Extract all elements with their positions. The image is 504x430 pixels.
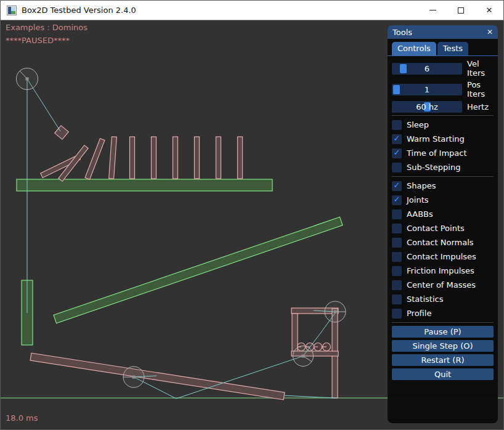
dynamic-body-6	[152, 137, 156, 179]
check-icon: ✓	[394, 195, 400, 203]
window-title: Box2D Testbed Version 2.4.0	[22, 6, 136, 15]
dynamic-body-3	[85, 139, 105, 179]
checkbox-row-time-of-impact[interactable]: ✓Time of Impact	[388, 146, 498, 160]
checkbox-label: Statistics	[407, 294, 443, 304]
slider-label: Pos Iters	[467, 80, 494, 99]
check-icon: ✓	[394, 181, 400, 189]
static-plank-1	[54, 217, 343, 323]
tab-bar: ControlsTests	[388, 39, 498, 56]
checkbox-row-contact-points[interactable]: Contact Points	[388, 221, 498, 235]
checkbox-label: AABBs	[407, 209, 433, 219]
checkbox-row-profile[interactable]: Profile	[388, 306, 498, 320]
checkbox-label: Time of Impact	[407, 148, 467, 158]
separator	[392, 176, 494, 177]
checkbox-center-of-masses[interactable]	[392, 280, 402, 290]
checkbox-time-of-impact[interactable]: ✓	[392, 148, 402, 158]
minimize-button[interactable]	[418, 1, 447, 20]
slider-row-hertz: 60 hzHertz	[392, 101, 494, 113]
checkbox-label: Contact Normals	[407, 238, 474, 247]
app-window: Examples : Dominos ****PAUSED**** 18.0 m…	[0, 0, 504, 430]
slider-value: 6	[392, 63, 462, 75]
checkbox-label: Warm Starting	[407, 134, 465, 144]
maximize-icon	[458, 7, 464, 14]
frame-time-text: 18.0 ms	[6, 413, 38, 423]
separator	[392, 322, 494, 323]
dynamic-body-15	[30, 353, 285, 400]
minimize-icon	[429, 10, 436, 10]
tools-panel-title: Tools	[392, 28, 412, 37]
slider-pos-iters[interactable]: 1	[392, 84, 462, 95]
checkbox-row-aabbs[interactable]: AABBs	[388, 207, 498, 221]
checkbox-label: Sub-Stepping	[407, 163, 460, 172]
paused-status-text: ****PAUSED****	[6, 36, 70, 45]
checkbox-row-center-of-masses[interactable]: Center of Masses	[388, 278, 498, 292]
checkbox-profile[interactable]	[392, 309, 402, 318]
dynamic-body-7	[173, 137, 178, 179]
maximize-button[interactable]	[447, 1, 475, 20]
slider-vel-iters[interactable]: 6	[392, 63, 462, 75]
checkbox-row-sub-stepping[interactable]: Sub-Stepping	[388, 160, 498, 174]
slider-hertz[interactable]: 60 hz	[392, 101, 462, 113]
panel-close-icon[interactable]: ✕	[487, 28, 493, 36]
checkbox-contact-normals[interactable]	[392, 238, 402, 248]
checkbox-label: Profile	[407, 309, 431, 318]
tools-panel-header[interactable]: Tools ✕	[388, 25, 498, 39]
joint-anchor-2	[302, 355, 305, 358]
slider-label: Hertz	[467, 102, 489, 112]
dynamic-body-8	[195, 137, 200, 179]
tab-controls[interactable]: Controls	[392, 42, 436, 55]
tab-tests[interactable]: Tests	[437, 42, 468, 55]
dynamic-body-9	[216, 137, 221, 179]
close-button[interactable]: ✕	[475, 1, 503, 20]
joint-anchor-0	[26, 78, 29, 81]
checkbox-row-contact-impulses[interactable]: Contact Impulses	[388, 249, 498, 264]
checkbox-aabbs[interactable]	[392, 209, 402, 219]
checkbox-sub-stepping[interactable]	[392, 163, 402, 172]
checkbox-label: Sleep	[407, 120, 429, 129]
window-controls: ✕	[418, 1, 503, 20]
separator	[392, 115, 494, 116]
checkbox-contact-impulses[interactable]	[392, 252, 402, 262]
checkbox-statistics[interactable]	[392, 294, 402, 304]
checkbox-row-contact-normals[interactable]: Contact Normals	[388, 235, 498, 249]
joint-anchor-3	[334, 310, 337, 314]
dynamic-body-10	[238, 137, 243, 179]
checkbox-row-joints[interactable]: ✓Joints	[388, 193, 498, 207]
single-step-o-button[interactable]: Single Step (O)	[392, 340, 494, 352]
checkbox-shapes[interactable]: ✓	[392, 181, 402, 191]
checkbox-row-friction-impulses[interactable]: Friction Impulses	[388, 264, 498, 278]
checkbox-warm-starting[interactable]: ✓	[392, 134, 402, 144]
tools-panel: Tools ✕ ControlsTests 6Vel Iters1Pos Ite…	[388, 25, 498, 423]
pause-p-button[interactable]: Pause (P)	[392, 326, 494, 338]
dynamic-body-12	[292, 314, 298, 352]
example-title-text: Examples : Dominos	[6, 23, 87, 32]
checkbox-row-statistics[interactable]: Statistics	[388, 292, 498, 306]
dynamic-body-0	[55, 126, 69, 140]
check-icon: ✓	[394, 148, 400, 156]
checkbox-label: Friction Impulses	[407, 266, 474, 275]
checkbox-joints[interactable]: ✓	[392, 195, 402, 205]
checkbox-label: Shapes	[407, 181, 436, 190]
panel-body: 6Vel Iters1Pos Iters60 hzHertzSleep✓Warm…	[388, 56, 498, 380]
checkbox-sleep[interactable]	[392, 120, 402, 130]
slider-row-pos-iters: 1Pos Iters	[392, 80, 494, 99]
slider-value: 1	[392, 84, 462, 95]
buttons-block: Pause (P)Single Step (O)Restart (R)Quit	[388, 325, 498, 380]
app-icon	[7, 6, 17, 15]
checkbox-label: Joints	[407, 195, 429, 205]
quit-button[interactable]: Quit	[392, 368, 494, 380]
restart-r-button[interactable]: Restart (R)	[392, 354, 494, 366]
checkbox-label: Center of Masses	[407, 280, 476, 290]
slider-value: 60 hz	[392, 101, 462, 113]
checkbox-row-warm-starting[interactable]: ✓Warm Starting	[388, 132, 498, 146]
checkbox-label: Contact Impulses	[407, 252, 476, 261]
check-icon: ✓	[394, 134, 400, 142]
checkbox-row-sleep[interactable]: Sleep	[388, 118, 498, 132]
checkbox-friction-impulses[interactable]	[392, 266, 402, 276]
static-plank-0	[17, 179, 272, 191]
slider-label: Vel Iters	[467, 59, 494, 78]
checkbox-contact-points[interactable]	[392, 224, 402, 233]
close-icon: ✕	[486, 6, 493, 14]
checkbox-row-shapes[interactable]: ✓Shapes	[388, 179, 498, 193]
slider-row-vel-iters: 6Vel Iters	[392, 59, 494, 78]
